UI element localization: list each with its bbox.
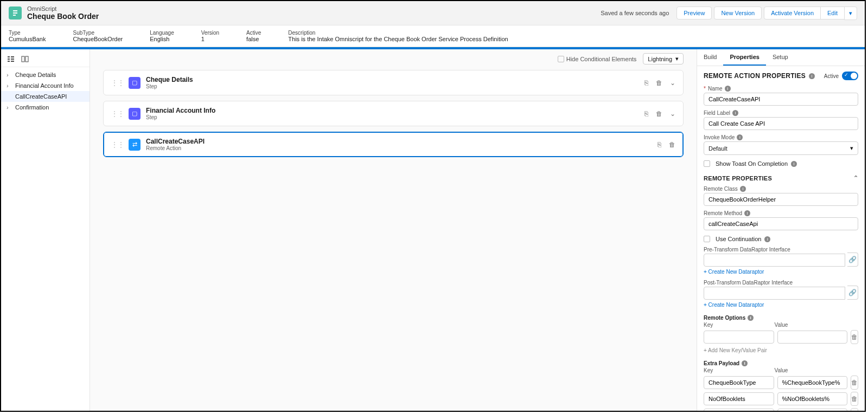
key-header: Key [704, 322, 771, 328]
info-icon[interactable]: i [725, 86, 731, 92]
active-label: Active [824, 73, 839, 79]
copy-icon[interactable]: ⎘ [644, 79, 648, 87]
activate-version-button[interactable]: Activate Version [764, 7, 821, 20]
remote-options-label: Remote Options [704, 315, 745, 321]
delete-icon[interactable]: 🗑 [656, 110, 662, 118]
info-icon[interactable]: i [764, 236, 770, 242]
step-card-financial-account[interactable]: ⋮⋮ ▢ Financial Account InfoStep ⎘🗑⌄ [103, 101, 684, 126]
remote-class-label: Remote Class [704, 186, 738, 192]
delete-row-icon[interactable]: 🗑 [851, 376, 858, 390]
tab-properties[interactable]: Properties [723, 49, 765, 66]
step-title: Cheque Details [146, 76, 193, 83]
split-view-icon[interactable] [21, 55, 29, 63]
info-icon[interactable]: i [742, 360, 748, 366]
more-menu-button[interactable]: ▾ [844, 7, 857, 20]
info-icon[interactable]: i [744, 210, 750, 216]
header: OmniScript Cheque Book Order Saved a few… [1, 1, 865, 25]
page-title: Cheque Book Order [27, 12, 99, 21]
tab-build[interactable]: Build [697, 49, 723, 66]
post-transform-input[interactable] [704, 287, 845, 300]
sidebar-item-cheque-details[interactable]: ›Cheque Details [1, 69, 90, 80]
tab-setup[interactable]: Setup [766, 49, 795, 66]
drag-handle-icon[interactable]: ⋮⋮ [111, 79, 124, 87]
sidebar-item-callcreatecaseapi[interactable]: CallCreateCaseAPI [1, 91, 90, 102]
step-card-callcreatecaseapi[interactable]: ⋮⋮ ⇄ CallCreateCaseAPIRemote Action ⎘🗑 [103, 132, 684, 157]
extra-payload-label: Extra Payload [704, 360, 739, 366]
remote-method-input[interactable] [704, 217, 858, 230]
sidebar-item-label: CallCreateCaseAPI [15, 93, 67, 100]
copy-icon[interactable]: ⎘ [644, 110, 648, 118]
add-kv-link[interactable]: + Add New Key/Value Pair [704, 347, 767, 353]
meta-lang-label: Language [150, 30, 174, 36]
info-icon[interactable]: i [732, 110, 738, 116]
remote-opt-key-input[interactable] [704, 331, 774, 344]
field-label-input[interactable] [704, 117, 858, 130]
pre-transform-input[interactable] [704, 254, 845, 267]
canvas: Theme Hide Conditional Elements Lightnin… [90, 49, 697, 411]
delete-row-icon[interactable]: 🗑 [851, 330, 858, 344]
chevron-down-icon[interactable]: ⌄ [670, 79, 675, 87]
chevron-right-icon: › [7, 104, 13, 111]
theme-select[interactable]: Lightning▾ [643, 53, 684, 64]
use-continuation-label: Use Continuation [716, 236, 761, 242]
payload-key-input[interactable] [704, 409, 774, 411]
remote-properties-title: REMOTE PROPERTIES [704, 175, 772, 182]
tree-view-icon[interactable] [7, 55, 15, 63]
sidebar-item-financial-account[interactable]: ›Financial Account Info [1, 80, 90, 91]
create-dataraptor-link[interactable]: + Create New Dataraptor [704, 269, 764, 275]
meta-type-value: CumulusBank [9, 36, 46, 42]
info-icon[interactable]: i [748, 315, 754, 321]
meta-ver-label: Version [201, 30, 219, 36]
properties-panel: Build Properties Setup REMOTE ACTION PRO… [697, 49, 865, 411]
drag-handle-icon[interactable]: ⋮⋮ [111, 141, 124, 148]
preview-button[interactable]: Preview [676, 7, 712, 20]
active-toggle[interactable]: ✓ [842, 72, 858, 80]
sidebar-item-label: Confirmation [15, 104, 49, 111]
drag-handle-icon[interactable]: ⋮⋮ [111, 110, 124, 118]
delete-icon[interactable]: 🗑 [656, 79, 662, 87]
value-header: Value [775, 367, 843, 373]
info-icon[interactable]: i [791, 161, 797, 167]
delete-row-icon[interactable]: 🗑 [851, 408, 858, 411]
svg-rect-2 [8, 61, 10, 62]
payload-value-input[interactable] [777, 376, 848, 389]
sidebar-item-confirmation[interactable]: ›Confirmation [1, 102, 90, 113]
invoke-mode-select[interactable]: Default▾ [704, 141, 858, 155]
new-version-button[interactable]: New Version [714, 7, 762, 20]
remote-class-input[interactable] [704, 193, 858, 206]
link-icon[interactable]: 🔗 [847, 286, 858, 300]
sidebar: ›Cheque Details ›Financial Account Info … [1, 49, 90, 411]
meta-type-label: Type [9, 30, 46, 36]
use-continuation-checkbox[interactable]: Use Continuationi [704, 236, 858, 242]
meta-active-label: Active [246, 30, 261, 36]
link-icon[interactable]: 🔗 [847, 253, 858, 267]
remote-opt-value-input[interactable] [777, 331, 848, 344]
step-title: CallCreateCaseAPI [146, 138, 205, 145]
step-card-cheque-details[interactable]: ⋮⋮ ▢ Cheque DetailsStep ⎘🗑⌄ [103, 70, 684, 95]
info-icon[interactable]: i [737, 134, 743, 140]
props-title: REMOTE ACTION PROPERTIES [704, 72, 806, 80]
show-toast-checkbox[interactable]: Show Toast On Completioni [704, 160, 858, 167]
edit-button[interactable]: Edit [820, 7, 845, 20]
payload-value-input[interactable] [777, 392, 848, 405]
svg-rect-4 [11, 59, 14, 60]
delete-icon[interactable]: 🗑 [669, 141, 675, 148]
collapse-icon[interactable]: ⌃ [853, 174, 858, 182]
payload-value-input[interactable] [777, 409, 848, 411]
chevron-down-icon[interactable]: ⌄ [670, 110, 675, 118]
step-sub: Remote Action [146, 145, 205, 151]
copy-icon[interactable]: ⎘ [658, 141, 661, 148]
hide-conditional-checkbox[interactable]: Hide Conditional Elements [558, 56, 637, 62]
info-icon[interactable]: i [740, 186, 746, 192]
payload-key-input[interactable] [704, 392, 774, 405]
meta-row: TypeCumulusBank SubTypeChequeBookOrder L… [1, 25, 865, 47]
delete-row-icon[interactable]: 🗑 [851, 392, 858, 406]
pre-transform-label: Pre-Transform DataRaptor Interface [704, 247, 790, 253]
value-header: Value [775, 322, 843, 328]
name-input[interactable] [704, 93, 858, 106]
create-dataraptor-link[interactable]: + Create New Dataraptor [704, 302, 764, 308]
info-icon[interactable]: i [809, 73, 815, 79]
meta-lang-value: English [150, 36, 174, 42]
remote-action-icon: ⇄ [129, 139, 141, 151]
payload-key-input[interactable] [704, 376, 774, 389]
